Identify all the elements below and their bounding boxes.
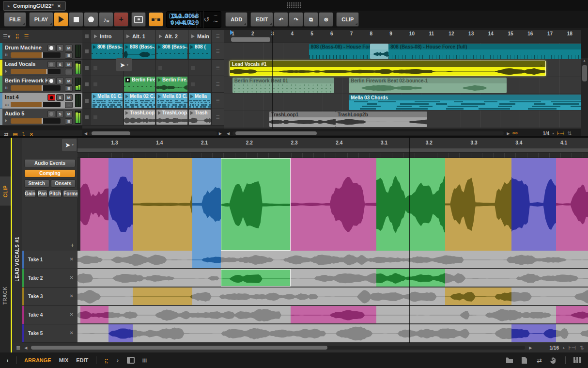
launcher-scrollbar[interactable]: ◀ ▶ [82,130,224,136]
arranger-ruler[interactable]: 123456789101112131415161718 [224,30,581,43]
tab-edit[interactable]: EDIT [76,357,88,363]
clip-slot[interactable]: Trash [188,109,211,125]
scene-header-4[interactable]: Main [188,30,211,43]
comp-segment-take-1[interactable] [192,158,221,251]
comp-segment-take-3[interactable] [133,158,192,251]
scroll-right-icon[interactable]: ▶ [507,131,510,136]
comp-segment-take-4[interactable] [80,158,108,251]
pitch-button[interactable]: Pitch [49,190,62,198]
arranger-clip-808-bass-08-house-force-full-[interactable]: 808 (Bass-08) - House Force (full) [388,44,581,59]
stretch-button[interactable]: Stretch [24,179,49,188]
snap-toggle-icon[interactable]: ⊦⊣ [568,345,575,351]
slot-menu-column[interactable]: ☰ [211,109,224,125]
clip-stop-button[interactable] [82,109,91,125]
clip-slot[interactable]: TrashLoop1 [124,109,156,125]
volume-fader[interactable] [11,85,61,91]
clip-slot[interactable]: 808 ( [188,43,211,59]
editor-ruler[interactable]: 1.31.42.12.22.32.43.13.23.33.44.1 [77,138,588,148]
take-segment[interactable] [80,306,108,323]
scroll-left-icon[interactable]: ◀ [84,131,87,136]
track-menu-button[interactable]: ☰ [65,118,73,125]
volume-fader[interactable] [11,69,61,74]
solo-button[interactable]: S [56,78,64,84]
add-lane-button[interactable]: + [70,241,74,249]
comp-segment-take-3[interactable] [445,158,511,251]
clip-stop-button[interactable] [82,76,91,92]
edit-menu-button[interactable]: EDIT [250,12,273,27]
document-tab[interactable]: ▸ CompingGUI22* ✕ [3,1,66,11]
scroll-up-icon[interactable]: ▲ [583,59,586,62]
panel-layout-icon[interactable] [127,357,135,364]
take-lane-5[interactable] [77,324,588,343]
volume-fader[interactable] [11,118,61,124]
pan-button[interactable]: Pan [37,190,47,198]
arranger-lane[interactable]: 808 (Bass-08) - House Force (808 (Bass-0… [224,43,581,60]
solo-button[interactable]: S [56,61,64,68]
tab-track[interactable]: TRACK [0,278,11,312]
comp-segment-take-2[interactable] [221,158,290,251]
take-segment[interactable] [192,251,221,268]
track-row-lead-vocals[interactable]: Lead Vocals⏵SM☰ [0,60,82,76]
comp-segment-take-4[interactable] [556,158,588,251]
comping-button[interactable]: Comping [24,169,76,177]
take-segment[interactable] [376,269,445,287]
clip-slot[interactable]: 808 (Bass-... [124,43,156,59]
launcher-clip-808-bass-[interactable]: 808 (Bass-... [92,44,123,59]
take-segment[interactable] [108,324,133,342]
scene-menu-column[interactable]: ☰ [211,30,224,43]
note-io-icon[interactable]: ♪ [116,357,119,363]
launcher-clip-mella-02-c-[interactable]: Mella 02 C... [124,93,155,108]
gain-button[interactable]: Gain [24,190,36,198]
slot-menu-column[interactable]: ☰ [211,93,224,109]
arranger-grid-value[interactable]: 1/4 [542,131,549,136]
launcher-clip-trash[interactable]: Trash [189,110,211,125]
arm-button[interactable] [47,78,55,84]
track-row-drum-machine[interactable]: Drum Machine⠿SM☰ [0,43,82,60]
scene-play-icon[interactable] [126,34,130,38]
comp-segment-take-4[interactable] [291,158,376,251]
clip-menu-button[interactable]: CLIP [336,12,359,27]
arranger-clip-trashloop2b[interactable]: TrashLoop2b [336,112,427,127]
arranger-lane[interactable]: Lead Vocals #1⌄ [224,60,581,77]
clip-stop-button[interactable] [82,43,91,59]
mute-button[interactable]: M [65,78,73,84]
arranger-zoom-handle[interactable] [231,37,270,42]
take-segment[interactable] [291,306,376,323]
scene-play-icon[interactable] [191,34,195,38]
clip-slot[interactable]: 808 (Bass-... [156,43,188,59]
stop-button[interactable] [69,12,83,27]
mixer-strips-icon[interactable]: 𝍖 [142,357,148,364]
solo-button[interactable]: S [56,111,64,117]
track-row-berlin-firework-kit[interactable]: Berlin Firework Kit⠿SM☰ [0,76,82,93]
track-name[interactable]: Inst 4 [5,94,19,100]
slot-menu-column[interactable]: ☰ [211,76,224,92]
adaptive-grid-icon[interactable]: ⇅ [580,345,584,351]
dj-glasses-button[interactable] [149,12,163,27]
loop-icon[interactable]: ↺ [204,16,210,23]
mute-button[interactable]: M [65,61,73,68]
clip-region-bar[interactable] [77,148,588,153]
delete-button[interactable]: ⊗ [319,12,333,27]
file-menu-button[interactable]: FILE [4,12,26,27]
duplicate-button[interactable]: ⧉ [304,12,318,27]
track-name[interactable]: Audio 5 [5,111,24,116]
slot-menu-column[interactable]: ☰ [211,43,224,59]
scroll-right-icon[interactable]: ▶ [219,131,222,136]
arranger-lane[interactable]: Berlin Firework Beat 01Berlin Firework B… [224,77,581,94]
launcher-clip-mella[interactable]: Mella [189,93,211,108]
editor-grid-value[interactable]: 1/16 [549,345,558,351]
arranger-lane[interactable]: TrashLoop1TrashLoop2b [224,111,581,128]
arranger-clip-berlin-firework-beat-02-bounce-1[interactable]: Berlin Firework Beat 02-bounce-1 [349,78,507,93]
take-row-4[interactable]: Take 4✕ [22,306,77,324]
take-lane-4[interactable] [77,306,588,324]
scroll-right-icon[interactable]: ▶ [529,346,532,350]
delete-take-icon[interactable]: ✕ [70,312,74,317]
scroll-left-icon[interactable]: ◀ [227,131,230,136]
clip-slot[interactable]: 808 (Bass-... [91,43,124,59]
scene-header-2[interactable]: Alt. 1 [124,30,156,43]
stop-all-column[interactable] [82,30,91,43]
track-name[interactable]: Lead Vocals [5,61,35,67]
track-name[interactable]: Berlin Firework Kit [5,78,52,83]
audio-events-button[interactable]: Audio Events [24,159,76,167]
launcher-clip-berlin-fire-[interactable]: Berlin Fire... [124,77,155,92]
